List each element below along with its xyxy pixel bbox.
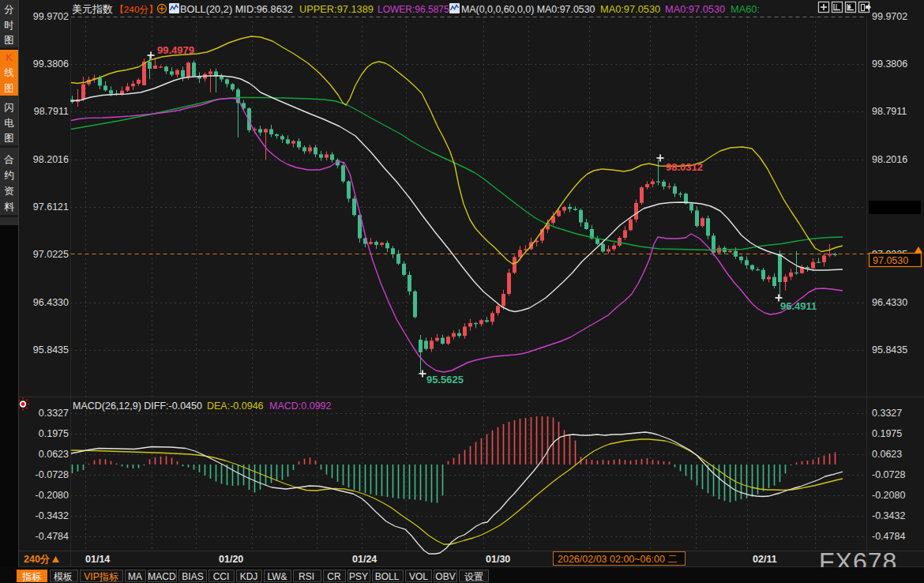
svg-text:0.3327: 0.3327 <box>39 408 69 419</box>
svg-text:98.7911: 98.7911 <box>872 106 907 117</box>
svg-text:-0.3432: -0.3432 <box>872 510 905 521</box>
svg-text:闪: 闪 <box>4 102 14 113</box>
svg-text:K: K <box>6 52 13 63</box>
svg-text:合: 合 <box>3 154 14 165</box>
svg-text:MACD: MACD <box>148 571 176 582</box>
svg-text:98.0312: 98.0312 <box>666 161 703 173</box>
svg-text:MA0:97.0530: MA0:97.0530 <box>600 3 660 15</box>
svg-text:电: 电 <box>4 118 14 129</box>
svg-text:BIAS: BIAS <box>182 571 203 582</box>
svg-text:-0.4784: -0.4784 <box>872 531 905 542</box>
svg-text:-0.4784: -0.4784 <box>36 531 69 542</box>
svg-text:98.7911: 98.7911 <box>34 106 69 117</box>
svg-text:CR: CR <box>327 571 341 582</box>
svg-text:96.4330: 96.4330 <box>33 297 69 308</box>
svg-text:BOLL(20,2) MID:96.8632: BOLL(20,2) MID:96.8632 <box>180 3 293 15</box>
svg-text:线: 线 <box>4 67 14 78</box>
svg-text:0.1975: 0.1975 <box>39 428 69 439</box>
svg-text:KDJ: KDJ <box>240 571 258 582</box>
svg-text:96.4330: 96.4330 <box>872 297 907 308</box>
svg-text:MA0:97.0530: MA0:97.0530 <box>665 3 725 15</box>
svg-text:LW&: LW& <box>267 571 287 582</box>
svg-text:2026/02/03 02:00~06:00 二: 2026/02/03 02:00~06:00 二 <box>558 554 678 565</box>
svg-text:98.2016: 98.2016 <box>33 154 69 165</box>
svg-text:0.3327: 0.3327 <box>872 408 902 419</box>
svg-text:02/11: 02/11 <box>753 554 777 565</box>
svg-text:BOLL: BOLL <box>375 571 400 582</box>
svg-text:-0.0728: -0.0728 <box>36 469 69 480</box>
svg-text:99.3806: 99.3806 <box>33 58 69 70</box>
svg-text:时: 时 <box>4 20 14 31</box>
svg-text:98.2016: 98.2016 <box>872 154 907 165</box>
svg-text:【240分】: 【240分】 <box>115 4 158 15</box>
svg-text:95.8435: 95.8435 <box>872 344 907 355</box>
svg-text:97.0225: 97.0225 <box>33 249 69 260</box>
svg-text:LOWER:96.5875: LOWER:96.5875 <box>377 4 449 15</box>
svg-text:图: 图 <box>4 133 14 144</box>
svg-text:-0.3432: -0.3432 <box>36 510 69 521</box>
svg-text:MACD(26,12,9) DIFF:-0.0450: MACD(26,12,9) DIFF:-0.0450 <box>73 401 202 412</box>
svg-text:99.9702: 99.9702 <box>872 11 907 22</box>
svg-text:图: 图 <box>4 35 14 46</box>
svg-text:99.4979: 99.4979 <box>157 44 194 56</box>
svg-text:97.0530: 97.0530 <box>873 255 908 266</box>
svg-text:-0.0728: -0.0728 <box>872 469 905 480</box>
svg-text:料: 料 <box>4 201 14 213</box>
svg-text:MA60:: MA60: <box>731 3 760 15</box>
svg-text:MACD:0.0992: MACD:0.0992 <box>269 401 332 412</box>
svg-text:95.8435: 95.8435 <box>33 344 69 355</box>
svg-text:0.0623: 0.0623 <box>39 449 69 460</box>
svg-text:图: 图 <box>4 83 14 94</box>
svg-text:DEA:-0.0946: DEA:-0.0946 <box>207 401 264 412</box>
svg-text:设置: 设置 <box>464 571 483 582</box>
svg-text:01/20: 01/20 <box>219 554 243 565</box>
svg-text:RSI: RSI <box>299 571 314 582</box>
svg-text:0.1975: 0.1975 <box>872 428 902 439</box>
svg-text:PSY: PSY <box>349 571 368 582</box>
svg-text:美元指数: 美元指数 <box>72 3 113 15</box>
svg-text:指标: 指标 <box>21 571 42 582</box>
svg-text:01/14: 01/14 <box>85 554 110 565</box>
svg-text:资: 资 <box>4 186 14 197</box>
svg-text:99.9702: 99.9702 <box>33 11 69 22</box>
svg-text:OBV: OBV <box>435 571 455 582</box>
svg-text:0.0623: 0.0623 <box>872 449 902 460</box>
svg-text:UPPER:97.1389: UPPER:97.1389 <box>299 3 374 15</box>
svg-text:VIP指标: VIP指标 <box>84 571 118 582</box>
svg-text:MA(0,0,0,60,0,0) MA0:97.0530: MA(0,0,0,60,0,0) MA0:97.0530 <box>461 4 595 15</box>
svg-text:CCI: CCI <box>213 571 230 582</box>
svg-text:97.6121: 97.6121 <box>33 201 69 213</box>
svg-text:96.4911: 96.4911 <box>780 300 817 312</box>
svg-text:95.5625: 95.5625 <box>426 374 464 386</box>
svg-text:VOL: VOL <box>409 571 428 582</box>
svg-text:约: 约 <box>4 170 14 181</box>
svg-text:-0.2080: -0.2080 <box>36 490 69 501</box>
svg-text:99.3806: 99.3806 <box>872 58 907 70</box>
svg-text:模板: 模板 <box>54 571 73 582</box>
svg-text:分: 分 <box>4 4 14 15</box>
svg-text:240分: 240分 <box>24 554 51 565</box>
svg-text:01/24: 01/24 <box>352 554 377 565</box>
svg-text:01/30: 01/30 <box>486 554 510 565</box>
svg-text:MA: MA <box>128 571 142 582</box>
svg-text:-0.2080: -0.2080 <box>872 490 905 501</box>
